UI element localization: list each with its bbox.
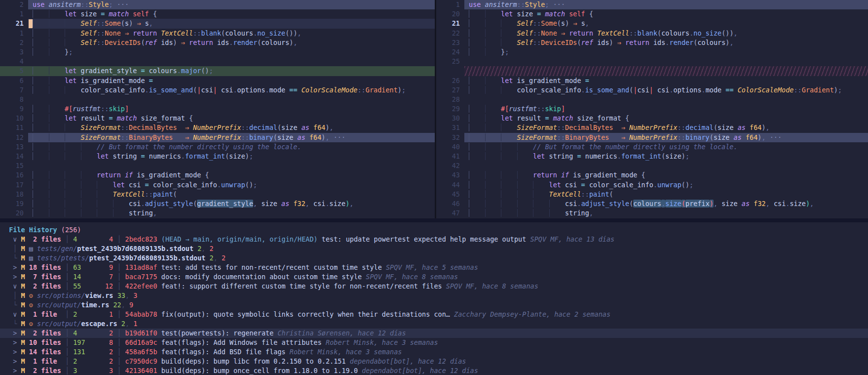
code-line[interactable]: 2 Self::DeviceIDs(ref ids) ⇒ return ids.… bbox=[0, 38, 435, 47]
code-line[interactable]: 11 SizeFormat::DecimalBytes ⇒ NumberPref… bbox=[0, 123, 435, 132]
code-line[interactable]: 4 bbox=[0, 57, 435, 66]
code-token: . bbox=[141, 200, 145, 208]
code-text: let gradient_style = colours.major(); bbox=[28, 66, 435, 76]
line-number: 8 bbox=[0, 95, 28, 104]
commit-hash: 42136401 bbox=[125, 367, 161, 375]
code-line[interactable]: 19 csi.adjust_style(gradient_style, size… bbox=[0, 199, 435, 208]
code-line[interactable]: 3 }; bbox=[0, 47, 435, 57]
code-line[interactable]: 44 let csi = color_scale_info.unwrap(); bbox=[436, 180, 868, 190]
code-line[interactable]: 1 Self::None ⇒ return TextCell::blank(co… bbox=[0, 29, 435, 38]
code-token: = bbox=[141, 152, 149, 160]
separator: │ bbox=[61, 367, 73, 375]
file-row[interactable]: │ M ▤ tests/gen/ptest_2439b7d68089135b.s… bbox=[0, 244, 868, 253]
code-line[interactable]: 10 let result = match size_format { bbox=[0, 114, 435, 123]
code-line[interactable]: 14 let string = numerics.format_int(size… bbox=[0, 152, 435, 161]
code-token: is_gradient_mode bbox=[573, 171, 641, 179]
code-line[interactable]: 15 bbox=[0, 161, 435, 170]
file-row[interactable]: │ M ⚙ src/options/view.rs 33, 3 bbox=[0, 291, 868, 300]
code-token: ColorScaleMode bbox=[738, 86, 794, 94]
code-line[interactable]: 40 // But format the number directly usi… bbox=[436, 142, 868, 152]
code-line[interactable]: 23 Self::DeviceIDs(ref ids) ⇒ return ids… bbox=[436, 38, 868, 47]
code-line[interactable]: 47 string, bbox=[436, 208, 868, 218]
code-line[interactable]: 1 let size = match self { bbox=[0, 9, 435, 19]
code-line[interactable]: 6 let is_gradient_mode = bbox=[0, 76, 435, 85]
commit-row[interactable]: > M 2 files │ 33 │ 42136401 build(deps):… bbox=[0, 366, 868, 375]
code-token: s bbox=[561, 19, 565, 27]
code-line[interactable]: 21 Self::Some(s) ⇒ s, bbox=[436, 19, 868, 28]
diff-pane-new[interactable]: 1use ansiterm::Style; ···20 let size = m… bbox=[436, 0, 868, 218]
code-token: ( bbox=[609, 190, 613, 198]
code-line[interactable]: 12 SizeFormat::BinaryBytes ⇒ NumberPrefi… bbox=[0, 133, 435, 142]
code-line[interactable]: 26 let is_gradient_mode = bbox=[436, 76, 868, 85]
diff-pane-old[interactable]: 2use ansiterm::Style; ···1 let size = ma… bbox=[0, 0, 435, 218]
deletions-count: 1 bbox=[109, 310, 113, 319]
code-text: #[rustfmt::skip] bbox=[464, 104, 868, 114]
code-text: #[rustfmt::skip] bbox=[28, 104, 435, 114]
commit-author-date: Robert Minsk, hace 3 semanas bbox=[326, 338, 438, 346]
code-line[interactable]: 20 string, bbox=[0, 208, 435, 218]
commit-row[interactable]: ∨ M 2 files │ 44 │ 2bedc823 (HEAD → main… bbox=[0, 235, 868, 244]
file-directory: src/options/ bbox=[37, 292, 85, 299]
commit-row[interactable]: > M 18 files │ 639 │ 131ad8af test: add … bbox=[0, 263, 868, 272]
code-token: no_size bbox=[693, 29, 721, 37]
code-token: return bbox=[185, 39, 217, 46]
code-line[interactable]: 25 bbox=[436, 57, 868, 66]
code-token: as bbox=[738, 124, 750, 131]
code-token: DecimalBytes bbox=[129, 124, 177, 131]
file-row[interactable]: └ M ⚙ src/output/escape.rs 2, 1 bbox=[0, 319, 868, 329]
commit-subject: feat(flags): Add Windows file attributes bbox=[161, 338, 326, 346]
code-token: ⇒ bbox=[561, 29, 565, 37]
commit-row[interactable]: ∨ M 2 files │ 5512 │ 422efee0 feat!: sup… bbox=[0, 282, 868, 291]
code-line[interactable]: 17 let csi = color_scale_info.unwrap(); bbox=[0, 180, 435, 190]
commit-row[interactable]: > M 14 files │ 1312 │ 458a6f5b feat(flag… bbox=[0, 347, 868, 357]
additions-count: 197 bbox=[73, 338, 85, 347]
code-line[interactable]: 31 SizeFormat::DecimalBytes ⇒ NumberPref… bbox=[436, 123, 868, 132]
code-line[interactable]: 7 color_scale_info.is_some_and(|csi| csi… bbox=[0, 85, 435, 95]
code-line[interactable]: 28 bbox=[436, 95, 868, 104]
code-line[interactable]: 29 #[rustfmt::skip] bbox=[436, 104, 868, 114]
code-line[interactable]: 2use ansiterm::Style; ··· bbox=[0, 0, 435, 9]
file-row[interactable]: └ M ⚙ src/output/time.rs 22, 9 bbox=[0, 300, 868, 310]
code-line[interactable]: 5 let gradient_style = colours.major(); bbox=[0, 66, 435, 76]
code-line[interactable]: 30 let result = match size_format { bbox=[436, 114, 868, 123]
code-line[interactable]: 46 csi.adjust_style(colours.size(prefix)… bbox=[436, 199, 868, 208]
code-token: Self bbox=[81, 19, 97, 27]
code-line[interactable]: 9 #[rustfmt::skip] bbox=[0, 104, 435, 114]
chevron-right-icon: > bbox=[5, 263, 21, 271]
code-line[interactable]: 42 bbox=[436, 161, 868, 170]
code-line[interactable]: 43 return if is_gradient_mode { bbox=[436, 170, 868, 180]
code-line[interactable]: 16 return if is_gradient_mode { bbox=[0, 170, 435, 180]
commit-row[interactable]: > M 2 files │ 42 │ b19d61f0 test(powerte… bbox=[0, 329, 868, 338]
commit-row[interactable]: > M 7 files │ 147 │ baca7175 docs: modif… bbox=[0, 272, 868, 282]
commit-hash: c7950dc9 bbox=[125, 357, 161, 365]
code-token: } bbox=[65, 48, 69, 56]
code-line[interactable]: 32 SizeFormat::BinaryBytes ⇒ NumberPrefi… bbox=[436, 133, 868, 142]
code-token: ) bbox=[761, 124, 765, 131]
code-line[interactable]: 8 bbox=[0, 95, 435, 104]
code-text: let size = match self { bbox=[464, 9, 868, 19]
code-line[interactable]: 27 color_scale_info.is_some_and(|csi| cs… bbox=[436, 85, 868, 95]
code-line[interactable]: 41 let string = numerics.format_int(size… bbox=[436, 152, 868, 161]
code-line[interactable] bbox=[436, 66, 868, 76]
code-line[interactable]: 45 TextCell::paint( bbox=[436, 190, 868, 199]
code-token bbox=[173, 133, 185, 141]
code-line[interactable]: 21 Self::Some(s) ⇒ s, bbox=[0, 19, 435, 28]
commit-row[interactable]: > M 10 files │ 1978 │ 66d16a9c feat(flag… bbox=[0, 338, 868, 347]
code-line[interactable]: 20 let size = match self { bbox=[436, 9, 868, 19]
code-line[interactable]: 1use ansiterm::Style; ··· bbox=[436, 0, 868, 9]
code-line[interactable]: 18 TextCell::paint( bbox=[0, 190, 435, 199]
code-line[interactable]: 24 }; bbox=[436, 47, 868, 57]
commit-row[interactable]: ∨ M 1 file │ 21 │ 54abab78 fix(output): … bbox=[0, 310, 868, 319]
code-token: unwrap bbox=[221, 181, 245, 189]
file-row[interactable]: └ M ▤ tests/ptests/ptest_2439b7d68089135… bbox=[0, 253, 868, 263]
code-line[interactable]: 22 Self::None ⇒ return TextCell::blank(c… bbox=[436, 29, 868, 38]
rust-file-icon: ⚙ bbox=[29, 320, 37, 328]
code-token: , bbox=[766, 124, 770, 131]
commit-author-date: dependabot[bot], hace 12 días bbox=[362, 367, 478, 375]
code-line[interactable]: 13 // But format the number directly usi… bbox=[0, 142, 435, 152]
commit-row[interactable]: > M 1 file │ 22 │ c7950dc9 build(deps): … bbox=[0, 357, 868, 366]
chevron-right-icon: > bbox=[5, 329, 21, 337]
code-token: s bbox=[125, 19, 129, 27]
code-token: , bbox=[589, 209, 593, 217]
code-token: return bbox=[621, 39, 653, 46]
